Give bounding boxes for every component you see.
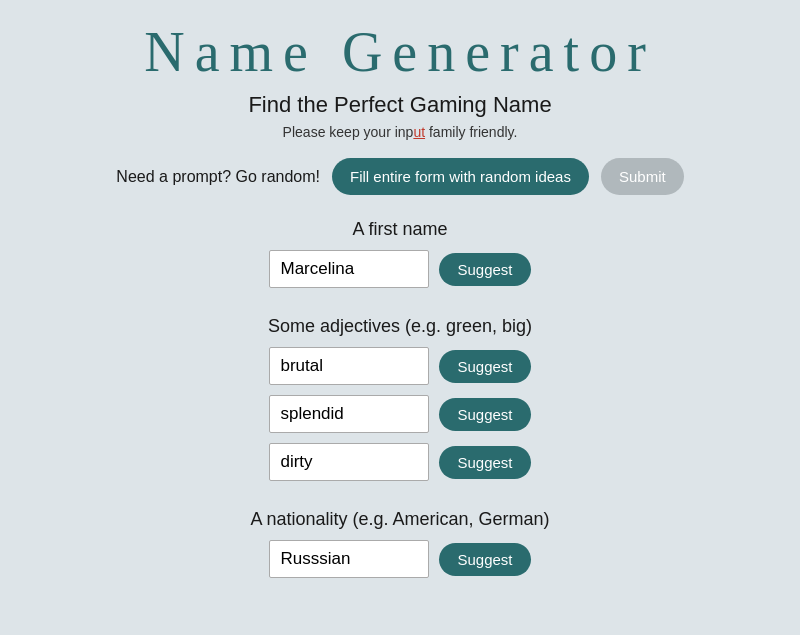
submit-button[interactable]: Submit xyxy=(601,158,684,195)
prompt-text: Need a prompt? Go random! xyxy=(116,168,320,186)
adjective-row-2: Suggest xyxy=(269,395,530,433)
page-title: Name Generator xyxy=(144,20,656,84)
adjectives-section: Some adjectives (e.g. green, big) Sugges… xyxy=(40,316,760,491)
nationality-input-row: Suggest xyxy=(269,540,530,578)
first-name-input[interactable] xyxy=(269,250,429,288)
adjective-row-1: Suggest xyxy=(269,347,530,385)
random-prompt-row: Need a prompt? Go random! Fill entire fo… xyxy=(116,158,683,195)
adjective-suggest-button-1[interactable]: Suggest xyxy=(439,350,530,383)
nationality-section: A nationality (e.g. American, German) Su… xyxy=(40,509,760,588)
first-name-label: A first name xyxy=(352,219,447,240)
adjective-suggest-button-2[interactable]: Suggest xyxy=(439,398,530,431)
nationality-suggest-button[interactable]: Suggest xyxy=(439,543,530,576)
first-name-input-row: Suggest xyxy=(269,250,530,288)
adjective-input-2[interactable] xyxy=(269,395,429,433)
first-name-suggest-button[interactable]: Suggest xyxy=(439,253,530,286)
adjectives-label: Some adjectives (e.g. green, big) xyxy=(268,316,532,337)
subtitle: Find the Perfect Gaming Name xyxy=(248,92,551,118)
fill-random-button[interactable]: Fill entire form with random ideas xyxy=(332,158,589,195)
adjective-input-1[interactable] xyxy=(269,347,429,385)
nationality-label: A nationality (e.g. American, German) xyxy=(250,509,549,530)
highlight-text: ut xyxy=(413,124,425,140)
adjective-input-3[interactable] xyxy=(269,443,429,481)
adjective-suggest-button-3[interactable]: Suggest xyxy=(439,446,530,479)
nationality-input[interactable] xyxy=(269,540,429,578)
adjective-row-3: Suggest xyxy=(269,443,530,481)
first-name-section: A first name Suggest xyxy=(40,219,760,298)
friendly-note: Please keep your input family friendly. xyxy=(283,124,518,140)
